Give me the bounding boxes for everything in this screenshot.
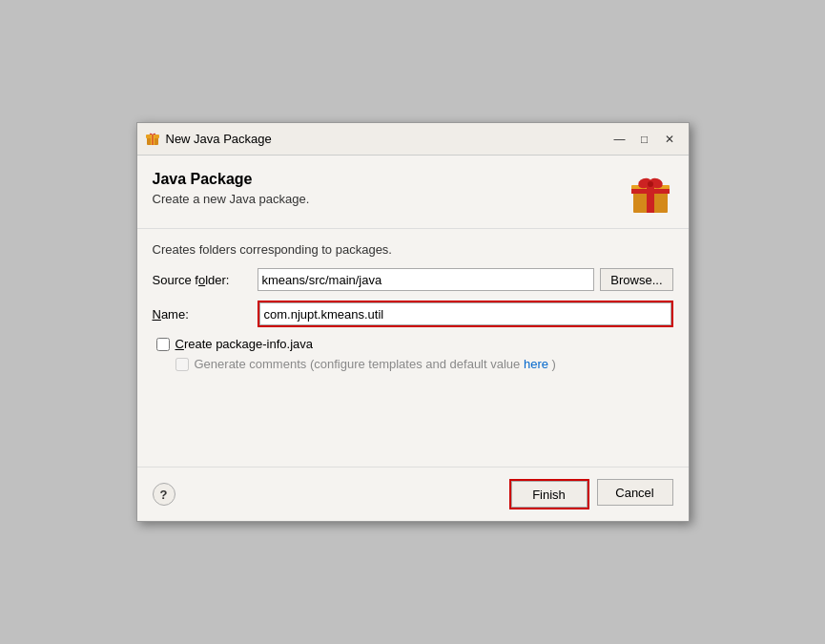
header-subheading: Create a new Java package. bbox=[153, 192, 310, 206]
gift-icon bbox=[628, 171, 673, 217]
finish-button[interactable]: Finish bbox=[511, 481, 588, 508]
name-input-wrap bbox=[258, 301, 673, 327]
dialog-body: Creates folders corresponding to package… bbox=[137, 229, 689, 390]
source-folder-row: Source folder: Browse... bbox=[153, 268, 673, 291]
dialog-header: Java Package Create a new Java package. bbox=[137, 156, 689, 229]
maximize-button[interactable]: □ bbox=[633, 130, 656, 149]
source-folder-label: Source folder: bbox=[153, 273, 258, 287]
package-icon bbox=[145, 132, 160, 147]
footer-right: Finish Cancel bbox=[509, 479, 673, 509]
create-package-info-checkbox[interactable] bbox=[156, 338, 170, 351]
footer-left: ? bbox=[153, 483, 175, 506]
dialog-title: New Java Package bbox=[166, 132, 603, 146]
svg-rect-7 bbox=[631, 189, 670, 194]
generate-comments-checkbox[interactable] bbox=[175, 358, 189, 371]
create-package-info-row: Create package-info.java bbox=[153, 337, 673, 351]
minimize-button[interactable]: — bbox=[608, 130, 631, 149]
source-folder-input-wrap: Browse... bbox=[258, 268, 673, 291]
name-label: Name: bbox=[153, 307, 258, 322]
help-button[interactable]: ? bbox=[153, 483, 175, 506]
browse-button[interactable]: Browse... bbox=[600, 268, 672, 291]
create-package-info-label[interactable]: Create package-info.java bbox=[175, 337, 314, 351]
finish-button-highlight: Finish bbox=[509, 479, 589, 509]
name-row: Name: bbox=[153, 301, 673, 327]
title-bar: New Java Package — □ ✕ bbox=[137, 123, 689, 156]
svg-point-10 bbox=[648, 181, 653, 187]
here-link[interactable]: here bbox=[524, 357, 548, 371]
generate-comments-label: Generate comments (configure templates a… bbox=[195, 357, 556, 371]
header-heading: Java Package bbox=[153, 171, 310, 188]
name-input-highlight bbox=[258, 301, 673, 327]
name-input[interactable] bbox=[259, 302, 671, 325]
generate-comments-row: Generate comments (configure templates a… bbox=[153, 357, 673, 371]
window-controls: — □ ✕ bbox=[608, 130, 681, 149]
source-folder-input[interactable] bbox=[258, 268, 595, 291]
cancel-button[interactable]: Cancel bbox=[597, 479, 673, 506]
header-text: Java Package Create a new Java package. bbox=[153, 171, 310, 206]
description-text: Creates folders corresponding to package… bbox=[153, 242, 673, 257]
dialog-footer: ? Finish Cancel bbox=[137, 467, 689, 521]
close-button[interactable]: ✕ bbox=[658, 130, 681, 149]
new-java-package-dialog: New Java Package — □ ✕ Java Package Crea… bbox=[136, 122, 690, 522]
